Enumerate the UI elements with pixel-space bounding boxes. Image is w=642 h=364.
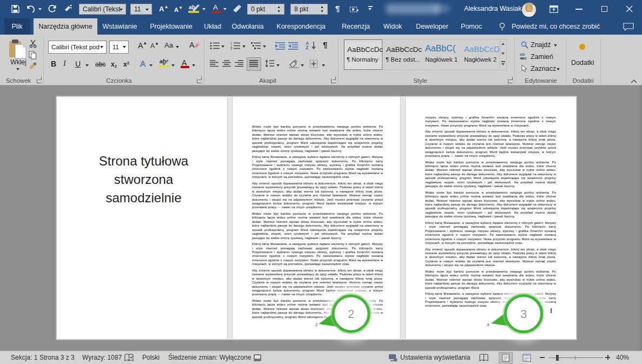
svg-text:2: 2 [348, 307, 354, 321]
svg-text:3: 3 [520, 307, 527, 321]
svg-text:3: 3 [230, 47, 232, 50]
